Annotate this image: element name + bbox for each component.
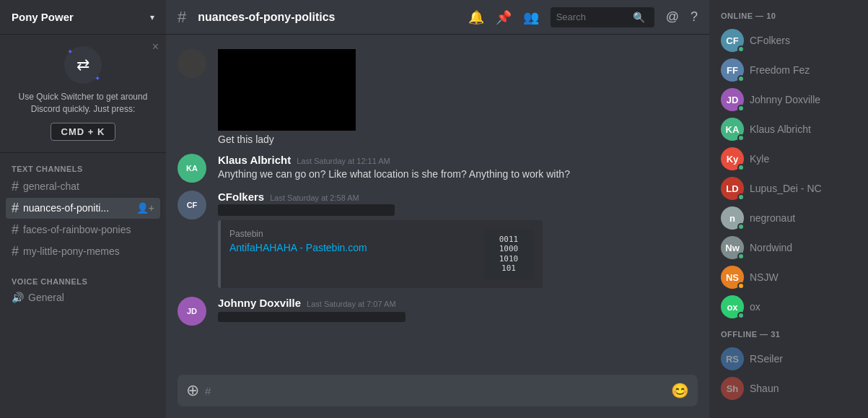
channel-name: nuances-of-poniti... bbox=[23, 202, 109, 214]
member-item[interactable]: Ky Kyle bbox=[715, 144, 862, 173]
member-item[interactable]: LD Lupus_Dei - NC bbox=[715, 174, 862, 203]
messages-area: Get this lady KA Klaus Albricht Last Sat… bbox=[166, 35, 709, 375]
member-item[interactable]: KA Klaus Albricht bbox=[715, 115, 862, 144]
status-online-icon bbox=[737, 193, 745, 201]
keyboard-shortcut: CMD + K bbox=[51, 123, 116, 141]
message-header: CFolkers Last Saturday at 2:58 AM bbox=[218, 191, 698, 203]
channel-nuances-of-pony-politics[interactable]: # nuances-of-poniti... 👤+ bbox=[6, 198, 160, 219]
sidebar: Pony Power ▾ × ✦ ⇄ ✦ Use Quick Switcher … bbox=[0, 0, 166, 418]
voice-channel-general[interactable]: 🔊 General bbox=[6, 289, 160, 306]
help-icon[interactable]: ? bbox=[691, 9, 698, 25]
member-item[interactable]: n negronaut bbox=[715, 204, 862, 232]
message-header: Johnny Doxville Last Saturday at 7:07 AM bbox=[218, 297, 698, 309]
link-embed: Pastebin AntifaHAHAHA - Pastebin.com 001… bbox=[218, 220, 543, 288]
embed-site: Pastebin bbox=[229, 229, 475, 239]
avatar: ox bbox=[721, 295, 744, 318]
binary-icon: 001110001010101 bbox=[499, 235, 519, 273]
avatar: KA bbox=[177, 154, 206, 183]
avatar: JD bbox=[721, 88, 744, 111]
member-item[interactable]: FF Freedom Fez bbox=[715, 56, 862, 84]
emoji-icon[interactable]: 😊 bbox=[671, 382, 689, 399]
hash-icon: # bbox=[12, 201, 19, 216]
server-header[interactable]: Pony Power ▾ bbox=[0, 0, 166, 35]
message-group: CF CFolkers Last Saturday at 2:58 AM Pas… bbox=[166, 188, 709, 291]
embed-title[interactable]: AntifaHAHAHA - Pastebin.com bbox=[229, 242, 475, 253]
avatar: FF bbox=[721, 58, 744, 82]
hash-icon: # bbox=[12, 222, 19, 238]
member-item[interactable]: RS RSeiler bbox=[715, 344, 862, 373]
channel-general-chat[interactable]: # general-chat bbox=[6, 176, 160, 197]
arrows-icon: ⇄ bbox=[76, 56, 89, 74]
avatar: KA bbox=[721, 118, 744, 141]
member-item[interactable]: JD Johnny Doxville bbox=[715, 85, 862, 114]
member-item[interactable]: Nw Nordwind bbox=[715, 233, 862, 262]
voice-channels-label: VOICE CHANNELS bbox=[6, 277, 160, 286]
search-input[interactable] bbox=[556, 12, 628, 22]
hash-icon: # bbox=[12, 244, 19, 259]
member-name: Johnny Doxville bbox=[750, 94, 820, 105]
member-name: Lupus_Dei - NC bbox=[750, 183, 822, 194]
member-name: Freedom Fez bbox=[750, 64, 810, 76]
online-members-label: ONLINE — 10 bbox=[715, 12, 862, 20]
search-bar[interactable]: 🔍 bbox=[551, 7, 654, 27]
message-input-area: ⊕ 😊 bbox=[166, 375, 709, 418]
avatar: CF bbox=[177, 191, 206, 219]
offline-members-list: RS RSeiler Sh Shaun bbox=[715, 344, 862, 403]
message-content: Get this lady bbox=[218, 134, 698, 145]
message-username: Klaus Albricht bbox=[218, 154, 291, 166]
status-online-icon bbox=[737, 75, 745, 82]
add-member-icon[interactable]: 👤+ bbox=[136, 202, 154, 214]
status-online-icon bbox=[737, 253, 745, 260]
member-name: Shaun bbox=[750, 383, 779, 394]
status-online-icon bbox=[737, 312, 745, 319]
member-item[interactable]: CF CFolkers bbox=[715, 26, 862, 55]
attach-icon[interactable]: ⊕ bbox=[186, 381, 199, 400]
bell-icon[interactable]: 🔔 bbox=[468, 9, 484, 25]
members-icon[interactable]: 👥 bbox=[523, 9, 539, 25]
status-online-icon bbox=[737, 134, 745, 141]
text-channels-label: TEXT CHANNELS bbox=[6, 165, 160, 173]
member-name: CFolkers bbox=[750, 35, 790, 46]
voice-channels-section: VOICE CHANNELS 🔊 General bbox=[0, 266, 166, 310]
avatar: NS bbox=[721, 266, 744, 289]
sparkle-icon-br: ✦ bbox=[95, 74, 100, 82]
member-name: Nordwind bbox=[750, 242, 792, 253]
channel-faces-of-rainbow-ponies[interactable]: # faces-of-rainbow-ponies bbox=[6, 219, 160, 240]
link-bar bbox=[218, 204, 395, 216]
avatar: LD bbox=[721, 177, 744, 200]
embed-thumbnail: 001110001010101 bbox=[483, 229, 534, 279]
member-item[interactable]: NS NSJW bbox=[715, 263, 862, 292]
quick-switcher-text: Use Quick Switcher to get around Discord… bbox=[12, 91, 154, 116]
member-item[interactable]: Sh Shaun bbox=[715, 374, 862, 403]
channel-my-little-pony-memes[interactable]: # my-little-pony-memes bbox=[6, 241, 160, 262]
close-icon[interactable]: × bbox=[152, 40, 159, 53]
member-item[interactable]: ox ox bbox=[715, 292, 862, 321]
member-name: RSeiler bbox=[750, 353, 783, 365]
avatar: Nw bbox=[721, 236, 744, 259]
speaker-icon: 🔊 bbox=[12, 292, 24, 303]
status-online-icon bbox=[737, 164, 745, 171]
avatar: Ky bbox=[721, 147, 744, 170]
hash-icon: # bbox=[12, 179, 19, 194]
status-idle-icon bbox=[737, 282, 745, 289]
main-chat: # nuances-of-pony-politics 🔔 📌 👥 🔍 @ ? G… bbox=[166, 0, 709, 418]
offline-members-label: OFFLINE — 31 bbox=[715, 330, 862, 339]
channel-name: faces-of-rainbow-ponies bbox=[23, 224, 131, 235]
message-input[interactable] bbox=[205, 385, 665, 397]
message-timestamp: Last Saturday at 12:11 AM bbox=[297, 157, 390, 165]
quick-switcher-icon: ✦ ⇄ ✦ bbox=[64, 46, 102, 84]
avatar: RS bbox=[721, 347, 744, 370]
member-name: negronaut bbox=[750, 212, 795, 224]
message-username: CFolkers bbox=[218, 191, 264, 203]
message-timestamp: Last Saturday at 7:07 AM bbox=[307, 300, 396, 308]
online-members-list: CF CFolkers FF Freedom Fez JD Johnny Dox… bbox=[715, 26, 862, 321]
quick-switcher-card: × ✦ ⇄ ✦ Use Quick Switcher to get around… bbox=[0, 35, 166, 153]
mention-icon[interactable]: @ bbox=[666, 9, 679, 25]
voice-channel-name: General bbox=[28, 292, 64, 303]
status-online-icon bbox=[737, 105, 745, 112]
sparkle-icon-tl: ✦ bbox=[67, 48, 73, 56]
channel-name: my-little-pony-memes bbox=[23, 245, 120, 257]
chat-header: # nuances-of-pony-politics 🔔 📌 👥 🔍 @ ? bbox=[166, 0, 709, 35]
pin-icon[interactable]: 📌 bbox=[496, 9, 512, 25]
members-sidebar: ONLINE — 10 CF CFolkers FF Freedom Fez J… bbox=[709, 0, 868, 418]
